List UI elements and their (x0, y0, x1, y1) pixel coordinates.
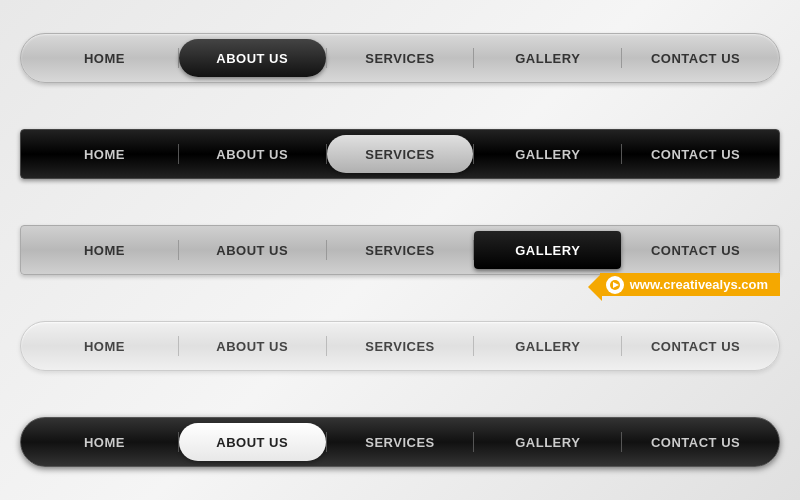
navbar-3-wrapper: HOME ABOUT US SERVICES GALLERY CONTACT U… (20, 225, 780, 275)
navbar-4: HOME ABOUT US SERVICES GALLERY CONTACT U… (20, 321, 780, 371)
nav3-services[interactable]: SERVICES (327, 231, 474, 269)
watermark-arrow (588, 273, 602, 301)
nav4-about[interactable]: ABOUT US (179, 327, 326, 365)
navbar-2: HOME ABOUT US SERVICES GALLERY CONTACT U… (20, 129, 780, 179)
watermark-banner: www.creativealys.com (600, 273, 780, 296)
nav4-contact[interactable]: CONTACT US (622, 327, 769, 365)
nav2-contact[interactable]: CONTACT US (622, 135, 769, 173)
nav5-contact[interactable]: CONTACT US (622, 423, 769, 461)
nav1-contact[interactable]: CONTACT US (622, 39, 769, 77)
nav5-services[interactable]: SERVICES (327, 423, 474, 461)
nav2-home[interactable]: HOME (31, 135, 178, 173)
nav1-services[interactable]: SERVICES (327, 39, 474, 77)
watermark-icon (606, 276, 624, 294)
nav4-services[interactable]: SERVICES (327, 327, 474, 365)
nav1-gallery[interactable]: GALLERY (474, 39, 621, 77)
nav5-home[interactable]: HOME (31, 423, 178, 461)
navbar-3: HOME ABOUT US SERVICES GALLERY CONTACT U… (20, 225, 780, 275)
nav2-services[interactable]: SERVICES (327, 135, 474, 173)
watermark-text: www.creativealys.com (630, 277, 768, 292)
nav5-about[interactable]: ABOUT US (179, 423, 326, 461)
nav1-about[interactable]: ABOUT US (179, 39, 326, 77)
nav4-home[interactable]: HOME (31, 327, 178, 365)
nav3-gallery[interactable]: GALLERY (474, 231, 621, 269)
nav4-gallery[interactable]: GALLERY (474, 327, 621, 365)
nav1-home[interactable]: HOME (31, 39, 178, 77)
nav2-gallery[interactable]: GALLERY (474, 135, 621, 173)
nav3-contact[interactable]: CONTACT US (622, 231, 769, 269)
nav2-about[interactable]: ABOUT US (179, 135, 326, 173)
navbar-1: HOME ABOUT US SERVICES GALLERY CONTACT U… (20, 33, 780, 83)
nav5-gallery[interactable]: GALLERY (474, 423, 621, 461)
nav3-home[interactable]: HOME (31, 231, 178, 269)
nav3-about[interactable]: ABOUT US (179, 231, 326, 269)
navbar-5: HOME ABOUT US SERVICES GALLERY CONTACT U… (20, 417, 780, 467)
